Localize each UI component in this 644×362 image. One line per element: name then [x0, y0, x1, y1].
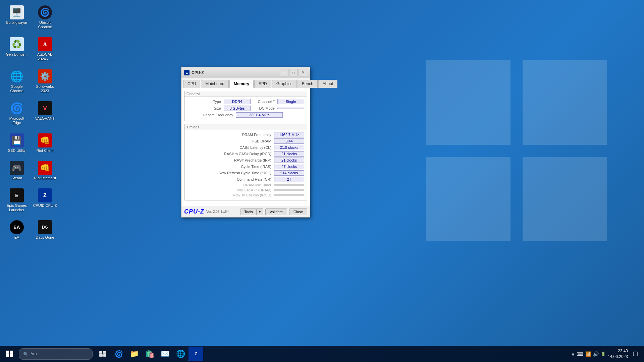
timings-section-body: DRAM Frequency 1462.7 MHz FSB:DRAM 3:44 … [184, 130, 307, 200]
timing-trcd: RAS# to CAS# Delay (tRCD) 21 clocks [187, 151, 304, 157]
svg-rect-7 [10, 354, 13, 357]
timing-value-1: 3:44 [274, 138, 304, 144]
tab-graphics[interactable]: Graphics [272, 80, 297, 88]
taskbar-app-edge[interactable]: 🌀 [111, 347, 126, 361]
timing-value-0: 1462.7 MHz [274, 132, 304, 137]
tab-memory[interactable]: Memory [229, 80, 254, 88]
cpuz-footer: CPU-Z Ver. 2.06.1.x64 Tools ▼ Validate C… [181, 206, 310, 217]
icon-valorant[interactable]: V VALORANT [32, 99, 58, 127]
icon-riot[interactable]: 👊 Riot Client [32, 131, 58, 155]
notification-button[interactable] [630, 349, 641, 359]
timing-trfc: Row Refresh Cycle Time (tRFC) 514 clocks [187, 170, 304, 176]
taskbar-app-chrome[interactable]: 🌐 [173, 347, 188, 361]
tab-about[interactable]: About [318, 80, 337, 88]
general-section: General Type DDR4 Channel # Single Size … [184, 91, 307, 121]
cpuz-tab-bar: CPU Mainboard Memory SPD Graphics Bench … [181, 78, 310, 88]
icon-riot2[interactable]: 👊 Riot İstemcisi [32, 159, 58, 182]
type-value: DDR4 [224, 99, 251, 104]
windows-logo-bg [416, 50, 617, 251]
svg-rect-5 [10, 351, 13, 354]
icon-recycle[interactable]: ♻️ Geri Dönüş... [3, 35, 30, 63]
icon-chrome[interactable]: 🌐 Google Chrome [3, 67, 30, 95]
svg-rect-10 [99, 354, 103, 357]
tools-button[interactable]: Tools [240, 208, 256, 215]
volume-icon[interactable]: 🔊 [593, 351, 599, 357]
tab-spd[interactable]: SPD [254, 80, 271, 88]
type-row: Type DDR4 Channel # Single [187, 99, 304, 104]
taskbar-clock[interactable]: 23:40 14.06.2023 [608, 348, 628, 360]
timing-cr: Command Rate (CR) 2T [187, 177, 304, 182]
show-hidden-icon[interactable]: ∧ [571, 351, 575, 357]
general-section-title: General [184, 91, 307, 97]
tools-dropdown-arrow[interactable]: ▼ [256, 208, 263, 215]
timing-label-8: DRAM Idle Timer [187, 183, 274, 187]
minimize-button[interactable]: ─ [280, 69, 288, 76]
icon-cpuz[interactable]: Z CPUID CPU-Z [32, 186, 58, 214]
icon-ubisoft[interactable]: 🌀 Ubisoft Connect [32, 3, 58, 31]
icon-solidworks[interactable]: ⚙️ Solidworks 2023 [32, 67, 58, 95]
search-input[interactable] [31, 352, 88, 356]
uncore-value: 3891.4 MHz [236, 112, 283, 118]
timing-cl: CAS# Latency (CL) 21.0 clocks [187, 145, 304, 150]
start-button[interactable] [1, 346, 17, 362]
svg-rect-1 [523, 60, 607, 145]
tab-mainboard[interactable]: Mainboard [201, 80, 229, 88]
icon-steam[interactable]: 🎮 Steam [3, 159, 30, 182]
taskbar-right: ∧ ⌨ 📶 🔊 🔋 23:40 14.06.2023 [571, 348, 643, 360]
icon-autocad[interactable]: A AutoCAD 2024 - ... [32, 35, 58, 63]
timing-dram-freq: DRAM Frequency 1462.7 MHz [187, 132, 304, 137]
tab-bench[interactable]: Bench [298, 80, 318, 88]
timing-value-4: 21 clocks [274, 158, 304, 163]
timing-fsb-dram: FSB:DRAM 3:44 [187, 138, 304, 144]
desktop-icons: 🖥️ Bu bilgisayar 🌀 Ubisoft Connect ♻️ Ge… [3, 3, 58, 242]
timing-value-6: 514 clocks [274, 170, 304, 176]
taskbar-app-explorer[interactable]: 📁 [127, 347, 142, 361]
validate-button[interactable]: Validate [265, 208, 287, 215]
taskbar-app-store[interactable]: 🛍️ [142, 347, 157, 361]
cpuz-footer-version: Ver. 2.06.1.x64 [206, 210, 238, 214]
timing-trp: RAS# Precharge (tRP) 21 clocks [187, 158, 304, 163]
close-button[interactable]: ✕ [299, 69, 307, 76]
timings-section: Timings DRAM Frequency 1462.7 MHz FSB:DR… [184, 124, 307, 200]
cpuz-app-icon: Z [184, 70, 190, 75]
dc-mode-label: DC Mode [251, 106, 277, 110]
icon-epic[interactable]: E Epic Games Launcher [3, 186, 30, 214]
svg-rect-9 [103, 351, 106, 354]
timing-label-9: Total CAS# (tRDRAM) [187, 188, 274, 192]
dc-mode-value [277, 108, 304, 109]
taskview-button[interactable] [95, 347, 110, 361]
icon-ea[interactable]: EA EA [3, 218, 30, 242]
maximize-button[interactable]: □ [289, 69, 298, 76]
timing-value-5: 47 clocks [274, 164, 304, 169]
cpuz-title: CPU-Z [192, 70, 280, 75]
icon-bu-bilgisayar[interactable]: 🖥️ Bu bilgisayar [3, 3, 30, 31]
icon-edge[interactable]: 🌀 Microsoft Edge [3, 99, 30, 127]
svg-rect-6 [6, 354, 9, 357]
timing-rtc: Row To Column (tRCD) [187, 193, 304, 197]
cpuz-titlebar: Z CPU-Z ─ □ ✕ [181, 67, 310, 78]
network-icon[interactable]: 📶 [585, 351, 591, 357]
timing-label-3: RAS# to CAS# Delay (tRCD) [187, 152, 274, 156]
timing-value-9 [274, 189, 304, 191]
close-footer-button[interactable]: Close [289, 208, 307, 215]
timing-value-2: 21.0 clocks [274, 145, 304, 150]
uncore-label: Uncore Frequency [187, 113, 236, 117]
taskbar-app-cpuz[interactable]: Z [189, 347, 203, 361]
taskbar: 🔍 🌀 📁 🛍️ ✉️ 🌐 Z ∧ ⌨ 📶 🔊 🔋 23:40 14. [0, 346, 644, 362]
timing-value-8 [274, 184, 304, 186]
cpuz-content: General Type DDR4 Channel # Single Size … [181, 88, 310, 206]
timing-label-2: CAS# Latency (CL) [187, 145, 274, 149]
cpuz-footer-logo: CPU-Z [184, 208, 204, 215]
tab-cpu[interactable]: CPU [183, 80, 200, 88]
channel-label: Channel # [251, 100, 277, 104]
timing-label-5: Cycle Time (tRAS) [187, 165, 274, 169]
size-label: Size [187, 106, 224, 110]
taskbar-search-box[interactable]: 🔍 [19, 348, 93, 360]
timing-label-7: Command Rate (CR) [187, 177, 274, 181]
taskbar-app-mail[interactable]: ✉️ [158, 347, 172, 361]
icon-daysgone[interactable]: DG Days Gone [32, 218, 58, 242]
icon-ssd[interactable]: 💾 SSD Utility [3, 131, 30, 155]
size-value: 8 GBytes [224, 106, 251, 111]
svg-rect-11 [103, 354, 106, 357]
uncore-row: Uncore Frequency 3891.4 MHz [187, 112, 304, 118]
